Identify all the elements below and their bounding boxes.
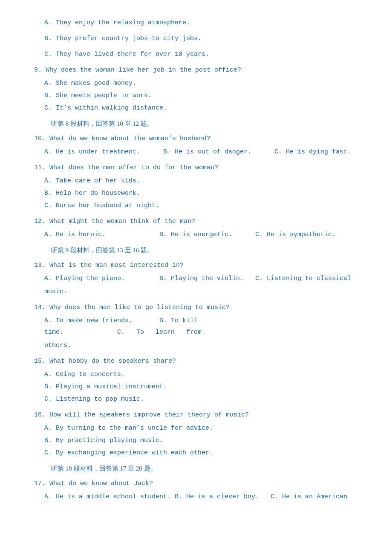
option-text: B. They prefer country jobs to city jobs… <box>44 33 358 44</box>
question-13-text: 13. What is the man most interested in? <box>34 260 358 271</box>
q11-option-c: C. Nurse her husband at night. <box>44 200 358 211</box>
question-9: 9. Why does the woman like her job in th… <box>34 64 358 114</box>
q10-options: A. He is under treatment. B. He is out o… <box>44 146 358 158</box>
q11-option-a: A. Take care of her kids. <box>44 175 358 187</box>
question-15-text: 15. What hobby do the speakers share? <box>34 356 358 367</box>
question-17: 17. What do we know about Jack? A. He is… <box>34 478 358 503</box>
q14-options-line1: A. To make new friends. B. To kill time.… <box>44 315 358 338</box>
q9-option-c: C. It’s within walking distance. <box>44 102 358 114</box>
q16-option-a: A. By turning to the man’s uncle for adv… <box>44 422 358 434</box>
q17-options: A. He is a middle school student. B. He … <box>44 491 358 503</box>
q13-options-line2: music. <box>44 286 358 298</box>
option-c-lived: C. They have lived there for over 10 yea… <box>34 49 358 60</box>
question-14-text: 14. Why does the man like to go listenin… <box>34 302 358 313</box>
section-9: 听第 9 段材料，回答第 13 至 16 题。 <box>51 245 358 256</box>
q15-option-a: A. Going to concerts. <box>44 369 358 380</box>
q13-options-line1: A. Playing the piano. B. Playing the vio… <box>44 273 358 284</box>
q16-option-b: B. By practicing playing music. <box>44 435 358 446</box>
question-10: 10. What do we know about the woman’s hu… <box>34 133 358 158</box>
question-13: 13. What is the man most interested in? … <box>34 260 358 298</box>
question-14: 14. Why does the man like to go listenin… <box>34 302 358 351</box>
section-8: 听第 8 段材料，回答第 10 至 12 题。 <box>51 118 358 130</box>
q15-option-b: B. Playing a musical instrument. <box>44 381 358 393</box>
question-11: 11. What does the man offer to do for th… <box>34 162 358 211</box>
question-17-text: 17. What do we know about Jack? <box>34 478 358 489</box>
content-container: A. They enjoy the relaxing atmosphere. B… <box>34 17 358 503</box>
question-12: 12. What might the woman think of the ma… <box>34 216 358 240</box>
section-10: 听第 10 段材料，回答第 17 至 20 题。 <box>51 463 358 474</box>
question-9-text: 9. Why does the woman like her job in th… <box>34 64 358 76</box>
question-11-text: 11. What does the man offer to do for th… <box>34 162 358 173</box>
option-b-prefer: B. They prefer country jobs to city jobs… <box>34 33 358 44</box>
q9-option-a: A. She makes good money. <box>44 78 358 89</box>
q16-option-c: C. By exchanging experience with each ot… <box>44 447 358 459</box>
question-15: 15. What hobby do the speakers share? A.… <box>34 356 358 405</box>
option-text: A. They enjoy the relaxing atmosphere. <box>44 17 358 29</box>
question-16-text: 16. How will the speakers improve their … <box>34 409 358 421</box>
q11-option-b: B. Help her do housework. <box>44 188 358 199</box>
q15-option-c: C. Listening to pop music. <box>44 393 358 405</box>
option-text: C. They have lived there for over 10 yea… <box>44 49 358 60</box>
q14-options-line2: others. <box>44 340 358 351</box>
q12-options: A. He is heroic. B. He is energetic. C. … <box>44 229 358 240</box>
q9-option-b: B. She meets people in work. <box>44 90 358 101</box>
question-12-text: 12. What might the woman think of the ma… <box>34 216 358 227</box>
question-16: 16. How will the speakers improve their … <box>34 409 358 459</box>
option-a-enjoy: A. They enjoy the relaxing atmosphere. <box>34 17 358 29</box>
question-10-text: 10. What do we know about the woman’s hu… <box>34 133 358 145</box>
